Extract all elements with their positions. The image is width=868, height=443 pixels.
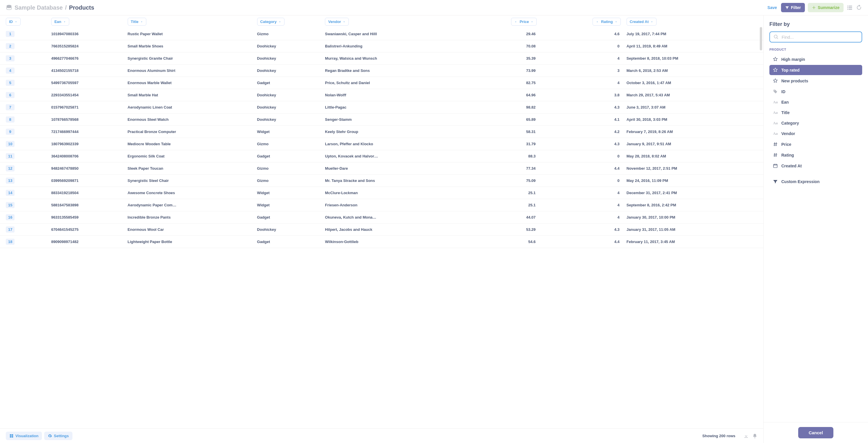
- price-cell[interactable]: 53.29: [465, 224, 542, 236]
- id-cell[interactable]: 15: [6, 202, 14, 208]
- vendor-cell[interactable]: Swaniawski, Casper and Hilll: [325, 28, 465, 40]
- id-cell[interactable]: 18: [6, 239, 14, 245]
- table-row[interactable]: 6 2293343551454 Small Marble Hat Doohick…: [0, 89, 763, 101]
- price-cell[interactable]: 65.89: [465, 114, 542, 126]
- rating-cell[interactable]: 3.8: [542, 89, 626, 101]
- filter-item-rating[interactable]: Rating: [769, 150, 862, 160]
- price-cell[interactable]: 82.75: [465, 77, 542, 89]
- filter-item-created-at[interactable]: Created At: [769, 161, 862, 171]
- table-row[interactable]: 9 7217466997444 Practical Bronze Compute…: [0, 126, 763, 138]
- cancel-button[interactable]: Cancel: [798, 427, 833, 438]
- table-row[interactable]: 3 4966277046676 Synergistic Granite Chai…: [0, 52, 763, 65]
- table-row[interactable]: 13 0399569209871 Synergistic Steel Chair…: [0, 175, 763, 187]
- price-cell[interactable]: 70.08: [465, 40, 542, 52]
- price-cell[interactable]: 35.39: [465, 52, 542, 65]
- price-cell[interactable]: 44.07: [465, 211, 542, 224]
- refresh-icon[interactable]: [856, 4, 862, 11]
- filter-item-title[interactable]: AaTitle: [769, 108, 862, 118]
- id-cell[interactable]: 8: [6, 116, 14, 122]
- category-cell[interactable]: Gadget: [257, 150, 325, 163]
- column-header-vendor[interactable]: Vendor: [325, 18, 349, 26]
- ean-cell[interactable]: 2293343551454: [51, 89, 128, 101]
- ean-cell[interactable]: 4134502155718: [51, 65, 128, 77]
- created-cell[interactable]: April 30, 2018, 3:03 PM: [626, 114, 763, 126]
- category-cell[interactable]: Widget: [257, 199, 325, 211]
- vendor-cell[interactable]: Regan Bradtke and Sons: [325, 65, 465, 77]
- rating-cell[interactable]: 4.3: [542, 224, 626, 236]
- table-row[interactable]: 7 0157967025871 Aerodynamic Linen Coat D…: [0, 101, 763, 114]
- created-cell[interactable]: June 3, 2017, 3:07 AM: [626, 101, 763, 114]
- ean-cell[interactable]: 5881647583898: [51, 199, 128, 211]
- title-cell[interactable]: Sleek Paper Toucan: [128, 163, 257, 175]
- price-cell[interactable]: 25.1: [465, 187, 542, 199]
- column-header-price[interactable]: Price: [511, 18, 537, 26]
- id-cell[interactable]: 6: [6, 92, 14, 98]
- table-row[interactable]: 15 5881647583898 Aerodynamic Paper Com… …: [0, 199, 763, 211]
- price-cell[interactable]: 54.6: [465, 236, 542, 248]
- category-cell[interactable]: Gizmo: [257, 28, 325, 40]
- id-cell[interactable]: 1: [6, 31, 14, 37]
- vendor-cell[interactable]: Senger-Stamm: [325, 114, 465, 126]
- title-cell[interactable]: Aerodynamic Linen Coat: [128, 101, 257, 114]
- title-cell[interactable]: Aerodynamic Paper Com…: [128, 199, 257, 211]
- ean-cell[interactable]: 8909098971482: [51, 236, 128, 248]
- title-cell[interactable]: Ergonomic Silk Coat: [128, 150, 257, 163]
- created-cell[interactable]: November 12, 2017, 2:51 PM: [626, 163, 763, 175]
- category-cell[interactable]: Gizmo: [257, 138, 325, 150]
- created-cell[interactable]: January 31, 2017, 11:05 AM: [626, 224, 763, 236]
- category-cell[interactable]: Gizmo: [257, 163, 325, 175]
- price-cell[interactable]: 98.82: [465, 101, 542, 114]
- id-cell[interactable]: 2: [6, 43, 14, 49]
- ean-cell[interactable]: 0157967025871: [51, 101, 128, 114]
- ean-cell[interactable]: 1018947080336: [51, 28, 128, 40]
- category-cell[interactable]: Widget: [257, 187, 325, 199]
- vendor-cell[interactable]: Murray, Watsica and Wunsch: [325, 52, 465, 65]
- table-row[interactable]: 16 9633135585459 Incredible Bronze Pants…: [0, 211, 763, 224]
- filter-button[interactable]: Filter: [781, 3, 805, 12]
- ean-cell[interactable]: 1078766578568: [51, 114, 128, 126]
- table-row[interactable]: 4 4134502155718 Enormous Aluminum Shirt …: [0, 65, 763, 77]
- vendor-cell[interactable]: McClure-Lockman: [325, 187, 465, 199]
- vendor-cell[interactable]: Larson, Pfeffer and Klocko: [325, 138, 465, 150]
- table-row[interactable]: 1 1018947080336 Rustic Paper Wallet Gizm…: [0, 28, 763, 40]
- filter-item-new-products[interactable]: New products: [769, 76, 862, 86]
- vendor-cell[interactable]: Little-Pagac: [325, 101, 465, 114]
- vendor-cell[interactable]: Nolan-Wolff: [325, 89, 465, 101]
- category-cell[interactable]: Gizmo: [257, 175, 325, 187]
- table-row[interactable]: 5 5499736705597 Enormous Marble Wallet G…: [0, 77, 763, 89]
- created-cell[interactable]: February 11, 2017, 3:45 AM: [626, 236, 763, 248]
- created-cell[interactable]: January 9, 2017, 9:51 AM: [626, 138, 763, 150]
- filter-item-id[interactable]: ID: [769, 86, 862, 97]
- table-row[interactable]: 2 7663515285824 Small Marble Shoes Doohi…: [0, 40, 763, 52]
- title-cell[interactable]: Incredible Bronze Pants: [128, 211, 257, 224]
- title-cell[interactable]: Enormous Marble Wallet: [128, 77, 257, 89]
- category-cell[interactable]: Doohickey: [257, 65, 325, 77]
- ean-cell[interactable]: 7663515285824: [51, 40, 128, 52]
- vendor-cell[interactable]: Hilpert, Jacobs and Hauck: [325, 224, 465, 236]
- id-cell[interactable]: 3: [6, 55, 14, 61]
- price-cell[interactable]: 77.34: [465, 163, 542, 175]
- created-cell[interactable]: March 29, 2017, 5:43 AM: [626, 89, 763, 101]
- vendor-cell[interactable]: Balistreri-Ankunding: [325, 40, 465, 52]
- title-cell[interactable]: Awesome Concrete Shoes: [128, 187, 257, 199]
- filter-item-top-rated[interactable]: Top rated: [769, 65, 862, 75]
- rating-cell[interactable]: 4.2: [542, 126, 626, 138]
- title-cell[interactable]: Enormous Wool Car: [128, 224, 257, 236]
- id-cell[interactable]: 14: [6, 190, 14, 196]
- ean-cell[interactable]: 8833419218504: [51, 187, 128, 199]
- created-cell[interactable]: January 30, 2017, 10:00 PM: [626, 211, 763, 224]
- created-cell[interactable]: March 6, 2018, 2:53 AM: [626, 65, 763, 77]
- search-box[interactable]: [769, 31, 862, 42]
- rating-cell[interactable]: 4: [542, 187, 626, 199]
- category-cell[interactable]: Widget: [257, 126, 325, 138]
- rating-cell[interactable]: 4.4: [542, 236, 626, 248]
- table-name[interactable]: Products: [69, 4, 94, 11]
- column-header-title[interactable]: Title: [128, 18, 147, 26]
- ean-cell[interactable]: 3642408008706: [51, 150, 128, 163]
- save-button[interactable]: Save: [767, 5, 777, 10]
- ean-cell[interactable]: 5499736705597: [51, 77, 128, 89]
- id-cell[interactable]: 16: [6, 214, 14, 220]
- id-cell[interactable]: 7: [6, 104, 14, 110]
- ean-cell[interactable]: 4966277046676: [51, 52, 128, 65]
- filter-item-high-margin[interactable]: High margin: [769, 54, 862, 64]
